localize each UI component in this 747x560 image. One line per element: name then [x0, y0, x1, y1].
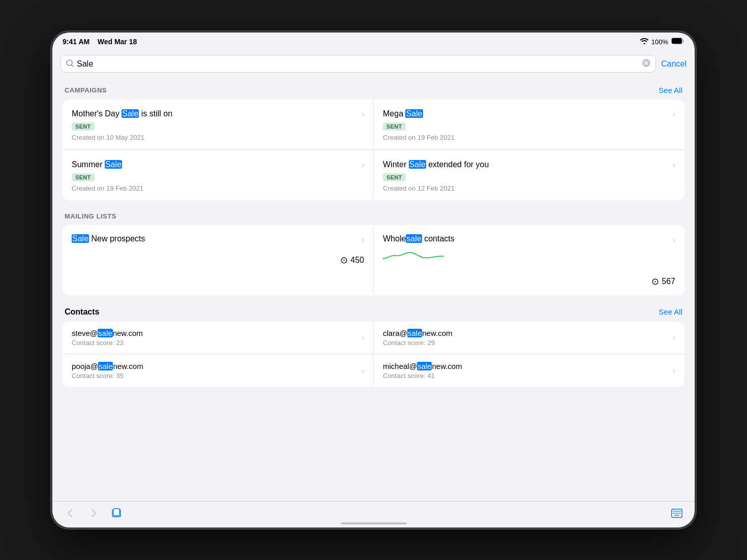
search-icon — [66, 59, 74, 69]
camp-title-row-1: Mega Sale › — [383, 109, 675, 119]
time-text: 9:41 AM — [63, 38, 89, 46]
highlight-2: Sale — [105, 160, 122, 169]
campaigns-grid: Mother's Day Sale is still on › SENT Cre… — [63, 100, 684, 200]
clear-search-button[interactable] — [642, 59, 650, 69]
wifi-icon — [640, 38, 648, 46]
camp-title-1: Mega Sale — [383, 109, 673, 119]
sent-badge-0: SENT — [72, 122, 95, 131]
highlight-3: Sale — [409, 160, 426, 169]
svg-rect-1 — [672, 38, 682, 44]
mailing-lists-title: MAILING LISTS — [65, 212, 116, 220]
svg-rect-8 — [113, 509, 119, 516]
contacts-grid: steve@salenew.com Contact score: 23 › po… — [63, 322, 684, 387]
camp-title-0: Mother's Day Sale is still on — [72, 109, 362, 119]
mail-title-row-1: Wholesale contacts › — [383, 234, 675, 244]
mailing-lists-header: MAILING LISTS — [52, 212, 695, 220]
campaigns-title: CAMPAIGNS — [65, 86, 107, 94]
camp-title-row-0: Mother's Day Sale is still on › — [72, 109, 364, 119]
camp-title-row-2: Summer Sale › — [72, 160, 364, 170]
search-bar-container: Cancel — [52, 51, 695, 78]
created-date-3: Created on 12 Feb 2021 — [383, 184, 675, 192]
chevron-icon-1: › — [673, 110, 675, 119]
contact-score-3: Contact score: 41 — [383, 372, 462, 380]
mail-count-1: ⊙ 567 — [383, 276, 675, 287]
battery-icon — [671, 37, 684, 46]
mail-highlight-0: Sale — [72, 234, 89, 243]
person-icon-1: ⊙ — [651, 276, 659, 287]
count-value-0: 450 — [350, 256, 364, 265]
contact-highlight-0: sale — [98, 329, 113, 337]
contact-info-3: micheal@salenew.com Contact score: 41 — [383, 362, 462, 380]
share-button[interactable] — [109, 506, 124, 523]
sent-badge-2: SENT — [72, 173, 95, 181]
status-time: 9:41 AM Wed Mar 18 — [63, 38, 137, 46]
contact-highlight-3: sale — [417, 362, 432, 370]
mail-title-1: Wholesale contacts — [383, 234, 455, 243]
contact-card-3[interactable]: micheal@salenew.com Contact score: 41 › — [374, 354, 684, 387]
battery-percent: 100% — [651, 38, 668, 46]
contact-score-2: Contact score: 35 — [72, 372, 143, 380]
campaign-card-1[interactable]: Mega Sale › SENT Created on 19 Feb 2021 — [374, 100, 684, 149]
status-bar: 9:41 AM Wed Mar 18 100% — [52, 33, 695, 51]
mail-chevron-1: › — [673, 235, 675, 244]
contact-email-2: pooja@salenew.com — [72, 362, 143, 370]
contact-card-0[interactable]: steve@salenew.com Contact score: 23 › — [63, 322, 373, 354]
mailing-lists-section: MAILING LISTS Sale New prospects › ⊙ — [52, 212, 695, 295]
svg-line-3 — [72, 65, 74, 67]
campaigns-section: CAMPAIGNS See All Mother's Day Sale is s… — [52, 86, 695, 200]
contacts-section: Contacts See All steve@salenew.com Conta… — [52, 307, 695, 387]
sent-badge-1: SENT — [383, 122, 406, 131]
home-indicator — [341, 522, 407, 524]
cancel-button[interactable]: Cancel — [661, 59, 686, 69]
search-input[interactable] — [77, 59, 639, 69]
contact-info-2: pooja@salenew.com Contact score: 35 — [72, 362, 143, 380]
search-input-wrapper[interactable] — [61, 55, 656, 73]
contacts-see-all-button[interactable]: See All — [659, 307, 682, 316]
mailing-lists-grid: Sale New prospects › ⊙ 450 — [63, 225, 684, 295]
mail-highlight-1: sale — [406, 234, 422, 243]
mail-title-row-0: Sale New prospects › — [72, 234, 364, 244]
contact-score-1: Contact score: 29 — [383, 339, 452, 347]
contact-highlight-2: sale — [98, 362, 113, 370]
contact-email-3: micheal@salenew.com — [383, 362, 462, 370]
contacts-header: Contacts See All — [52, 307, 695, 317]
campaign-card-2[interactable]: Summer Sale › SENT Created on 19 Feb 202… — [63, 150, 373, 200]
ipad-frame: 9:41 AM Wed Mar 18 100% — [51, 31, 696, 529]
campaigns-see-all-button[interactable]: See All — [659, 86, 682, 95]
contacts-title: Contacts — [65, 307, 99, 317]
highlight-0: Sale — [122, 109, 139, 118]
forward-button[interactable] — [86, 506, 101, 523]
contact-email-0: steve@salenew.com — [72, 329, 143, 337]
contact-card-1[interactable]: clara@salenew.com Contact score: 29 › — [374, 322, 684, 354]
contact-chevron-2: › — [362, 366, 364, 376]
chevron-icon-0: › — [362, 110, 364, 119]
created-date-0: Created on 10 May 2021 — [72, 134, 364, 141]
bottom-left-controls — [63, 506, 124, 523]
main-content: CAMPAIGNS See All Mother's Day Sale is s… — [52, 78, 695, 501]
highlight-1: Sale — [405, 109, 423, 118]
contact-info-1: clara@salenew.com Contact score: 29 — [383, 329, 452, 347]
mailing-list-card-0[interactable]: Sale New prospects › ⊙ 450 — [63, 225, 373, 295]
status-right: 100% — [640, 37, 684, 46]
mail-chevron-0: › — [362, 235, 364, 244]
keyboard-button[interactable] — [669, 507, 684, 522]
camp-title-row-3: Winter Sale extended for you › — [383, 160, 675, 170]
back-button[interactable] — [63, 506, 78, 523]
camp-title-3: Winter Sale extended for you — [383, 160, 673, 170]
ipad-screen: 9:41 AM Wed Mar 18 100% — [52, 33, 695, 527]
contact-chevron-0: › — [362, 333, 364, 343]
contact-highlight-1: sale — [407, 329, 423, 337]
campaign-card-0[interactable]: Mother's Day Sale is still on › SENT Cre… — [63, 100, 373, 149]
created-date-1: Created on 19 Feb 2021 — [383, 134, 675, 141]
contact-card-2[interactable]: pooja@salenew.com Contact score: 35 › — [63, 354, 373, 387]
contact-info-0: steve@salenew.com Contact score: 23 — [72, 329, 143, 347]
mailing-list-card-1[interactable]: Wholesale contacts › ⊙ 567 — [374, 225, 684, 295]
created-date-2: Created on 19 Feb 2021 — [72, 184, 364, 192]
contact-chevron-1: › — [673, 333, 675, 343]
mini-chart — [383, 248, 675, 266]
contact-email-1: clara@salenew.com — [383, 329, 452, 337]
camp-title-2: Summer Sale — [72, 160, 362, 170]
chevron-icon-3: › — [673, 161, 675, 170]
mail-title-0: Sale New prospects — [72, 234, 145, 243]
campaign-card-3[interactable]: Winter Sale extended for you › SENT Crea… — [374, 150, 684, 200]
